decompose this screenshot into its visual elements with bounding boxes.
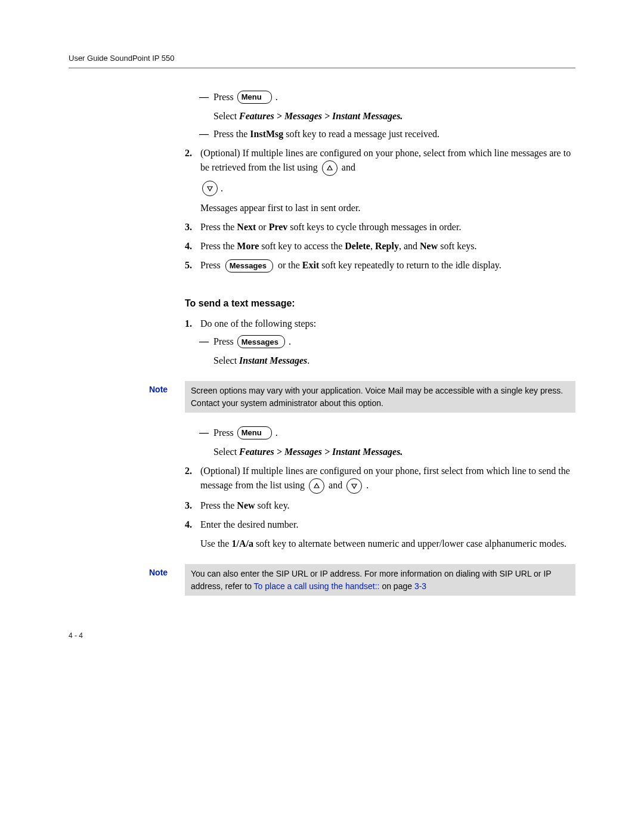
numbered-step: 2. (Optional) If multiple lines are conf… bbox=[185, 146, 575, 215]
numbered-step: 3. Press the New soft key. bbox=[185, 498, 575, 513]
dash-bullet: — bbox=[199, 426, 213, 459]
step-number: 5. bbox=[185, 258, 200, 272]
document-page: User Guide SoundPoint IP 550 — Press Men… bbox=[0, 0, 644, 676]
step-number: 1. bbox=[185, 317, 200, 331]
text: (Optional) If multiple lines are configu… bbox=[200, 466, 570, 490]
softkey-name: Prev bbox=[269, 222, 288, 232]
text: . bbox=[289, 335, 291, 349]
text: and bbox=[329, 480, 342, 490]
step-number: 3. bbox=[185, 498, 200, 513]
text: Press the bbox=[200, 222, 237, 232]
cross-reference-link[interactable]: To place a call using the handset:: bbox=[254, 581, 380, 591]
text: and bbox=[342, 162, 355, 172]
list-sub-item: — Press Menu . Select Features > Message… bbox=[199, 426, 575, 459]
note-block: Note You can also enter the SIP URL or I… bbox=[149, 564, 575, 596]
softkey-name: Reply bbox=[375, 241, 399, 251]
text: , bbox=[370, 241, 375, 251]
text: Press the bbox=[200, 500, 237, 510]
softkey-name: InstMsg bbox=[250, 129, 283, 139]
page-number: 4 - 4 bbox=[69, 631, 575, 640]
section-heading: To send a text message: bbox=[185, 296, 575, 311]
note-label: Note bbox=[149, 381, 185, 396]
text: Select bbox=[213, 447, 239, 457]
text: Use the bbox=[200, 538, 231, 549]
text: . bbox=[366, 480, 369, 490]
up-arrow-icon bbox=[309, 478, 324, 494]
page-header: User Guide SoundPoint IP 550 bbox=[69, 54, 575, 69]
menu-key-icon: Menu bbox=[237, 426, 272, 439]
text: Select bbox=[213, 111, 239, 121]
text: Press bbox=[213, 90, 234, 104]
text: soft key. bbox=[255, 500, 290, 510]
text: soft keys. bbox=[438, 241, 476, 251]
note-text: You can also enter the SIP URL or IP add… bbox=[185, 564, 575, 596]
text: Enter the desired number. bbox=[200, 518, 575, 532]
text: or the bbox=[278, 260, 302, 270]
text: , and bbox=[399, 241, 420, 251]
text: Messages appear first to last in sent or… bbox=[200, 201, 575, 215]
numbered-step: 4. Enter the desired number. Use the 1/A… bbox=[185, 518, 575, 551]
down-arrow-icon bbox=[202, 181, 218, 196]
text: (Optional) If multiple lines are configu… bbox=[200, 148, 571, 172]
dash-bullet: — bbox=[199, 335, 213, 368]
note-text: Screen options may vary with your applic… bbox=[185, 381, 575, 413]
list-sub-item: — Press the InstMsg soft key to read a m… bbox=[199, 127, 575, 141]
menu-path: Instant Messages bbox=[239, 355, 307, 366]
messages-key-icon: Messages bbox=[237, 335, 285, 348]
text: Select bbox=[213, 355, 239, 366]
text: soft key to access the bbox=[259, 241, 345, 251]
softkey-name: 1/A/a bbox=[231, 538, 253, 549]
text: on page bbox=[380, 581, 414, 591]
text: soft key to read a message just received… bbox=[283, 129, 439, 139]
list-sub-item: — Press Messages . Select Instant Messag… bbox=[199, 335, 575, 368]
numbered-step: 5. Press Messages or the Exit soft key r… bbox=[185, 258, 575, 272]
note-label: Note bbox=[149, 564, 185, 579]
text: Press the bbox=[200, 241, 237, 251]
text: Press bbox=[200, 260, 221, 270]
page-content: — Press Menu . Select Features > Message… bbox=[185, 90, 575, 596]
text: soft key repeatedly to return to the idl… bbox=[319, 260, 501, 270]
step-number: 4. bbox=[185, 239, 200, 253]
text: . bbox=[307, 355, 309, 366]
step-number: 2. bbox=[185, 464, 200, 494]
softkey-name: More bbox=[237, 241, 259, 251]
dash-bullet: — bbox=[199, 90, 213, 123]
numbered-step: 4. Press the More soft key to access the… bbox=[185, 239, 575, 253]
step-number: 3. bbox=[185, 220, 200, 234]
down-arrow-icon bbox=[346, 478, 362, 494]
text: Press the bbox=[213, 129, 250, 139]
text: soft keys to cycle through messages in o… bbox=[287, 222, 461, 232]
up-arrow-icon bbox=[322, 160, 338, 176]
menu-path: Features > Messages > Instant Messages. bbox=[239, 111, 402, 121]
messages-key-icon: Messages bbox=[225, 259, 273, 272]
text: or bbox=[256, 222, 268, 232]
softkey-name: Next bbox=[237, 222, 256, 232]
softkey-name: New bbox=[420, 241, 438, 251]
text: soft key to alternate between numeric an… bbox=[253, 538, 566, 549]
page-ref-link[interactable]: 3-3 bbox=[414, 581, 426, 591]
step-number: 2. bbox=[185, 146, 200, 215]
softkey-name: Exit bbox=[302, 260, 319, 270]
numbered-step: 3. Press the Next or Prev soft keys to c… bbox=[185, 220, 575, 234]
step-number: 4. bbox=[185, 518, 200, 551]
text: Press bbox=[213, 426, 234, 440]
text: Press bbox=[213, 335, 234, 349]
menu-path: Features > Messages > Instant Messages. bbox=[239, 447, 402, 457]
menu-key-icon: Menu bbox=[237, 91, 272, 104]
note-block: Note Screen options may vary with your a… bbox=[149, 381, 575, 413]
softkey-name: New bbox=[237, 500, 255, 510]
dash-bullet: — bbox=[199, 127, 213, 141]
text: . bbox=[221, 181, 223, 196]
numbered-step: 1. Do one of the following steps: bbox=[185, 317, 575, 331]
text: . bbox=[275, 426, 278, 440]
text: . bbox=[275, 90, 278, 104]
numbered-step: 2. (Optional) If multiple lines are conf… bbox=[185, 464, 575, 494]
softkey-name: Delete bbox=[345, 241, 370, 251]
text: Do one of the following steps: bbox=[200, 317, 575, 331]
list-sub-item: — Press Menu . Select Features > Message… bbox=[199, 90, 575, 123]
